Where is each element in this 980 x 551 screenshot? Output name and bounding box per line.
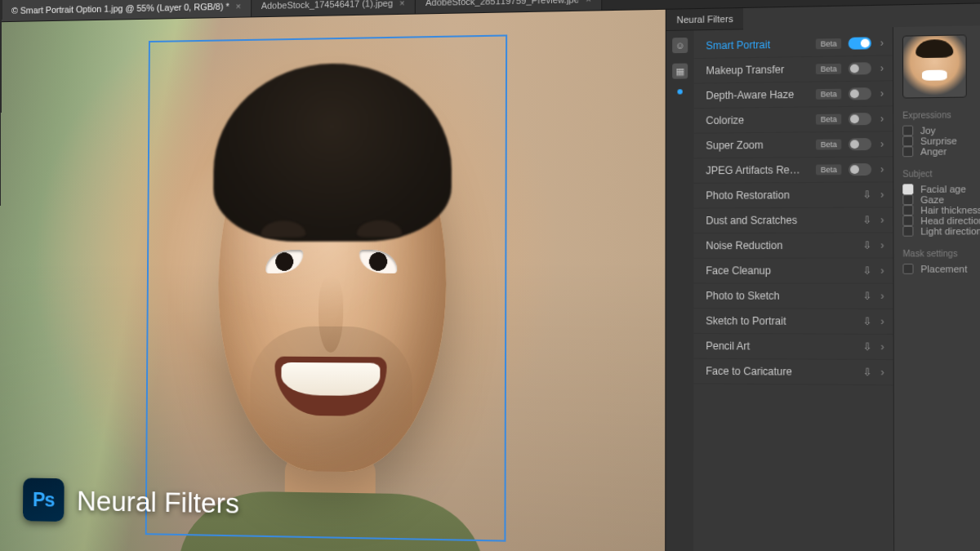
filter-toggle[interactable] bbox=[849, 37, 871, 49]
filter-toggle[interactable] bbox=[849, 138, 871, 150]
filter-row[interactable]: ColorizeBeta› bbox=[694, 106, 893, 133]
filter-row[interactable]: Pencil Art⇩› bbox=[693, 334, 893, 360]
cloud-download-icon[interactable]: ⇩ bbox=[862, 189, 871, 201]
chevron-right-icon: › bbox=[879, 87, 884, 100]
filter-row[interactable]: Photo to Sketch⇩› bbox=[693, 284, 893, 309]
chevron-right-icon: › bbox=[879, 315, 884, 327]
filter-name: Depth-Aware Haze bbox=[706, 88, 808, 101]
checkbox-icon bbox=[902, 216, 913, 226]
filter-row[interactable]: Depth-Aware HazeBeta› bbox=[694, 81, 893, 109]
brand-overlay: Ps Neural Filters bbox=[23, 478, 239, 525]
property-label: Anger bbox=[920, 146, 947, 157]
landscape-icon[interactable]: ▦ bbox=[672, 64, 688, 79]
filter-toggle[interactable] bbox=[849, 62, 871, 74]
cloud-download-icon[interactable]: ⇩ bbox=[862, 239, 871, 251]
property-checkbox[interactable]: Anger bbox=[902, 145, 980, 157]
chevron-right-icon: › bbox=[879, 290, 884, 302]
filter-name: Smart Portrait bbox=[706, 38, 808, 52]
close-icon[interactable]: × bbox=[586, 0, 591, 4]
cloud-download-icon[interactable]: ⇩ bbox=[862, 214, 871, 226]
chevron-right-icon: › bbox=[879, 138, 884, 150]
filter-row[interactable]: Photo Restoration⇩› bbox=[693, 182, 893, 208]
close-icon[interactable]: × bbox=[236, 1, 241, 11]
property-label: Hair thickness bbox=[920, 205, 980, 216]
filter-toggle[interactable] bbox=[849, 163, 871, 176]
section-header: Mask settings bbox=[902, 249, 980, 259]
photoshop-logo-icon: Ps bbox=[23, 478, 65, 522]
filter-name: Photo to Sketch bbox=[706, 290, 856, 302]
chevron-right-icon: › bbox=[879, 113, 884, 125]
filter-row[interactable]: Makeup TransferBeta› bbox=[694, 56, 893, 83]
filter-row[interactable]: Super ZoomBeta› bbox=[693, 131, 893, 158]
filter-toggle[interactable] bbox=[849, 113, 871, 125]
checkbox-icon bbox=[902, 264, 913, 274]
cloud-download-icon[interactable]: ⇩ bbox=[863, 315, 872, 327]
filter-toggle[interactable] bbox=[849, 87, 871, 100]
checkbox-icon bbox=[902, 205, 913, 216]
app-window: © Smart Portrait Option 1.jpg @ 55% (Lay… bbox=[0, 0, 980, 551]
cloud-download-icon[interactable]: ⇩ bbox=[863, 340, 872, 353]
checkbox-icon bbox=[902, 136, 913, 146]
property-label: Facial age bbox=[920, 184, 966, 194]
filter-row[interactable]: Smart PortraitBeta› bbox=[694, 30, 893, 59]
chevron-right-icon: › bbox=[879, 189, 884, 201]
chevron-right-icon: › bbox=[879, 367, 884, 379]
panel-icon-rail: ☺ ▦ bbox=[666, 30, 693, 551]
chevron-right-icon: › bbox=[879, 264, 884, 277]
filter-name: JPEG Artifacts Re… bbox=[706, 164, 809, 177]
chevron-right-icon: › bbox=[879, 214, 884, 226]
property-label: Head direction bbox=[920, 216, 980, 226]
filter-name: Pencil Art bbox=[706, 340, 856, 353]
property-checkbox[interactable]: Gaze bbox=[902, 194, 980, 206]
filter-row[interactable]: Sketch to Portrait⇩› bbox=[693, 309, 893, 335]
canvas[interactable]: Ps Neural Filters bbox=[0, 10, 666, 551]
tab-label: AdobeStock_285119759_Preview.jpe bbox=[425, 0, 579, 7]
cloud-download-icon[interactable]: ⇩ bbox=[862, 264, 871, 277]
tab-label: © Smart Portrait Option 1.jpg @ 55% (Lay… bbox=[11, 1, 229, 15]
property-checkbox[interactable]: Placement bbox=[902, 264, 980, 274]
overlay-title: Neural Filters bbox=[77, 484, 239, 519]
section-header: Expressions bbox=[902, 109, 980, 120]
property-checkbox[interactable]: Joy bbox=[902, 124, 980, 136]
cloud-download-icon[interactable]: ⇩ bbox=[862, 290, 871, 302]
chevron-right-icon: › bbox=[879, 239, 884, 251]
checkbox-icon bbox=[902, 226, 913, 237]
checkbox-icon bbox=[902, 126, 913, 136]
property-checkbox[interactable]: Hair thickness bbox=[902, 205, 980, 216]
checkbox-icon bbox=[902, 146, 913, 157]
cloud-download-icon[interactable]: ⇩ bbox=[863, 366, 872, 378]
property-checkbox[interactable]: Head direction bbox=[902, 216, 980, 226]
close-icon[interactable]: × bbox=[399, 0, 405, 7]
checkbox-icon bbox=[902, 194, 913, 205]
checkbox-icon bbox=[902, 184, 913, 194]
filter-row[interactable]: Face Cleanup⇩› bbox=[693, 259, 893, 284]
active-indicator-icon bbox=[677, 89, 682, 94]
beta-badge: Beta bbox=[816, 38, 841, 49]
beta-badge: Beta bbox=[816, 139, 841, 149]
filter-row[interactable]: Noise Reduction⇩› bbox=[693, 233, 893, 258]
filter-row[interactable]: JPEG Artifacts Re…Beta› bbox=[693, 157, 893, 184]
logo-text: Ps bbox=[33, 488, 55, 512]
filter-name: Photo Restoration bbox=[706, 189, 855, 202]
filters-list: Smart PortraitBeta›Makeup TransferBeta›D… bbox=[693, 27, 893, 551]
property-checkbox[interactable]: Light direction bbox=[902, 225, 980, 236]
beta-badge: Beta bbox=[817, 164, 842, 175]
panel-tab[interactable]: Neural Filters bbox=[666, 8, 744, 31]
face-thumbnail[interactable] bbox=[902, 34, 967, 98]
chevron-right-icon: › bbox=[879, 62, 884, 74]
property-label: Light direction bbox=[920, 226, 980, 237]
property-checkbox[interactable]: Facial age bbox=[902, 184, 980, 195]
property-label: Gaze bbox=[920, 194, 944, 205]
property-label: Placement bbox=[920, 264, 967, 274]
filter-name: Sketch to Portrait bbox=[706, 315, 856, 328]
chevron-right-icon: › bbox=[879, 340, 884, 353]
portrait-icon[interactable]: ☺ bbox=[672, 38, 688, 53]
filter-properties: Expressions JoySurpriseAnger Subject Fac… bbox=[893, 25, 980, 551]
filter-name: Dust and Scratches bbox=[706, 214, 855, 227]
filter-row[interactable]: Dust and Scratches⇩› bbox=[693, 207, 893, 233]
filter-name: Noise Reduction bbox=[706, 239, 855, 251]
filter-row[interactable]: Face to Caricature⇩› bbox=[693, 359, 893, 386]
property-checkbox[interactable]: Surprise bbox=[902, 135, 980, 146]
filter-name: Super Zoom bbox=[706, 139, 809, 152]
chevron-right-icon: › bbox=[879, 163, 884, 176]
